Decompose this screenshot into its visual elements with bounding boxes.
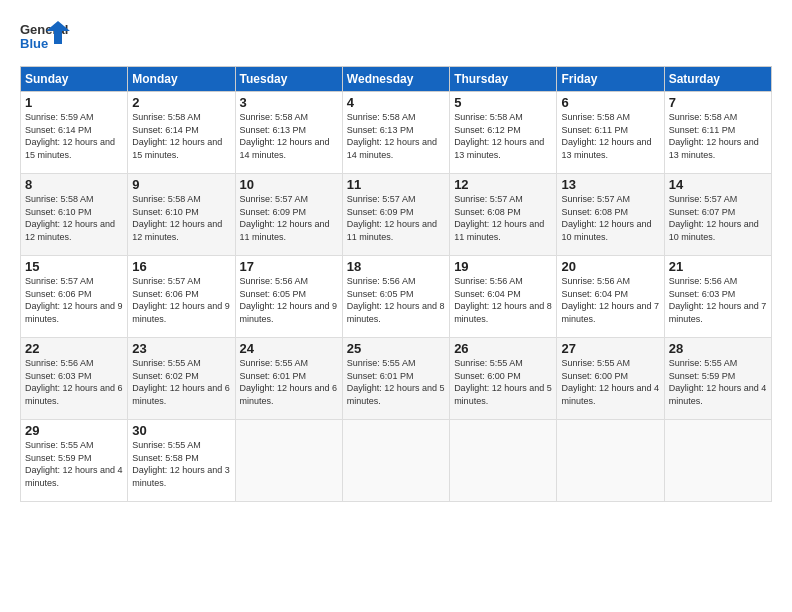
- logo: General Blue: [20, 16, 70, 56]
- calendar-cell: 6Sunrise: 5:58 AMSunset: 6:11 PMDaylight…: [557, 92, 664, 174]
- calendar-cell: [557, 420, 664, 502]
- day-number: 19: [454, 259, 552, 274]
- day-info: Sunrise: 5:57 AMSunset: 6:09 PMDaylight:…: [240, 193, 338, 243]
- calendar-cell: 1Sunrise: 5:59 AMSunset: 6:14 PMDaylight…: [21, 92, 128, 174]
- calendar-cell: [342, 420, 449, 502]
- calendar-cell: 29Sunrise: 5:55 AMSunset: 5:59 PMDayligh…: [21, 420, 128, 502]
- day-info: Sunrise: 5:56 AMSunset: 6:05 PMDaylight:…: [347, 275, 445, 325]
- calendar-cell: 3Sunrise: 5:58 AMSunset: 6:13 PMDaylight…: [235, 92, 342, 174]
- calendar-header-sunday: Sunday: [21, 67, 128, 92]
- calendar-cell: 28Sunrise: 5:55 AMSunset: 5:59 PMDayligh…: [664, 338, 771, 420]
- calendar-cell: 25Sunrise: 5:55 AMSunset: 6:01 PMDayligh…: [342, 338, 449, 420]
- calendar-week-2: 8Sunrise: 5:58 AMSunset: 6:10 PMDaylight…: [21, 174, 772, 256]
- day-number: 9: [132, 177, 230, 192]
- day-info: Sunrise: 5:55 AMSunset: 6:00 PMDaylight:…: [454, 357, 552, 407]
- day-info: Sunrise: 5:57 AMSunset: 6:08 PMDaylight:…: [561, 193, 659, 243]
- calendar-week-4: 22Sunrise: 5:56 AMSunset: 6:03 PMDayligh…: [21, 338, 772, 420]
- day-number: 20: [561, 259, 659, 274]
- calendar-cell: 4Sunrise: 5:58 AMSunset: 6:13 PMDaylight…: [342, 92, 449, 174]
- day-number: 25: [347, 341, 445, 356]
- day-number: 16: [132, 259, 230, 274]
- day-number: 30: [132, 423, 230, 438]
- calendar-cell: [450, 420, 557, 502]
- calendar-cell: 26Sunrise: 5:55 AMSunset: 6:00 PMDayligh…: [450, 338, 557, 420]
- day-number: 21: [669, 259, 767, 274]
- day-info: Sunrise: 5:57 AMSunset: 6:06 PMDaylight:…: [132, 275, 230, 325]
- day-info: Sunrise: 5:58 AMSunset: 6:13 PMDaylight:…: [347, 111, 445, 161]
- day-info: Sunrise: 5:58 AMSunset: 6:13 PMDaylight:…: [240, 111, 338, 161]
- calendar-cell: 17Sunrise: 5:56 AMSunset: 6:05 PMDayligh…: [235, 256, 342, 338]
- calendar-cell: 21Sunrise: 5:56 AMSunset: 6:03 PMDayligh…: [664, 256, 771, 338]
- day-info: Sunrise: 5:56 AMSunset: 6:04 PMDaylight:…: [454, 275, 552, 325]
- day-number: 10: [240, 177, 338, 192]
- day-info: Sunrise: 5:55 AMSunset: 6:01 PMDaylight:…: [240, 357, 338, 407]
- day-number: 3: [240, 95, 338, 110]
- calendar-week-5: 29Sunrise: 5:55 AMSunset: 5:59 PMDayligh…: [21, 420, 772, 502]
- day-number: 23: [132, 341, 230, 356]
- day-info: Sunrise: 5:58 AMSunset: 6:12 PMDaylight:…: [454, 111, 552, 161]
- day-number: 12: [454, 177, 552, 192]
- day-number: 7: [669, 95, 767, 110]
- day-number: 14: [669, 177, 767, 192]
- calendar-cell: 14Sunrise: 5:57 AMSunset: 6:07 PMDayligh…: [664, 174, 771, 256]
- calendar-cell: 16Sunrise: 5:57 AMSunset: 6:06 PMDayligh…: [128, 256, 235, 338]
- calendar-header-row: SundayMondayTuesdayWednesdayThursdayFrid…: [21, 67, 772, 92]
- calendar-header-tuesday: Tuesday: [235, 67, 342, 92]
- day-number: 26: [454, 341, 552, 356]
- calendar-cell: 2Sunrise: 5:58 AMSunset: 6:14 PMDaylight…: [128, 92, 235, 174]
- day-info: Sunrise: 5:57 AMSunset: 6:08 PMDaylight:…: [454, 193, 552, 243]
- calendar-cell: 30Sunrise: 5:55 AMSunset: 5:58 PMDayligh…: [128, 420, 235, 502]
- day-number: 15: [25, 259, 123, 274]
- calendar-header-thursday: Thursday: [450, 67, 557, 92]
- day-info: Sunrise: 5:58 AMSunset: 6:11 PMDaylight:…: [561, 111, 659, 161]
- day-info: Sunrise: 5:56 AMSunset: 6:04 PMDaylight:…: [561, 275, 659, 325]
- day-number: 4: [347, 95, 445, 110]
- day-info: Sunrise: 5:57 AMSunset: 6:07 PMDaylight:…: [669, 193, 767, 243]
- day-number: 18: [347, 259, 445, 274]
- calendar-cell: 19Sunrise: 5:56 AMSunset: 6:04 PMDayligh…: [450, 256, 557, 338]
- calendar-cell: 12Sunrise: 5:57 AMSunset: 6:08 PMDayligh…: [450, 174, 557, 256]
- calendar-table: SundayMondayTuesdayWednesdayThursdayFrid…: [20, 66, 772, 502]
- day-info: Sunrise: 5:57 AMSunset: 6:09 PMDaylight:…: [347, 193, 445, 243]
- calendar-cell: 7Sunrise: 5:58 AMSunset: 6:11 PMDaylight…: [664, 92, 771, 174]
- day-number: 24: [240, 341, 338, 356]
- calendar-cell: 23Sunrise: 5:55 AMSunset: 6:02 PMDayligh…: [128, 338, 235, 420]
- calendar-cell: 15Sunrise: 5:57 AMSunset: 6:06 PMDayligh…: [21, 256, 128, 338]
- day-number: 29: [25, 423, 123, 438]
- calendar-cell: 18Sunrise: 5:56 AMSunset: 6:05 PMDayligh…: [342, 256, 449, 338]
- calendar-cell: 20Sunrise: 5:56 AMSunset: 6:04 PMDayligh…: [557, 256, 664, 338]
- calendar-cell: 22Sunrise: 5:56 AMSunset: 6:03 PMDayligh…: [21, 338, 128, 420]
- day-info: Sunrise: 5:58 AMSunset: 6:10 PMDaylight:…: [132, 193, 230, 243]
- day-number: 17: [240, 259, 338, 274]
- svg-text:Blue: Blue: [20, 36, 48, 51]
- calendar-cell: 10Sunrise: 5:57 AMSunset: 6:09 PMDayligh…: [235, 174, 342, 256]
- day-info: Sunrise: 5:56 AMSunset: 6:03 PMDaylight:…: [669, 275, 767, 325]
- day-info: Sunrise: 5:55 AMSunset: 5:59 PMDaylight:…: [669, 357, 767, 407]
- calendar-header-saturday: Saturday: [664, 67, 771, 92]
- day-number: 6: [561, 95, 659, 110]
- calendar-header-friday: Friday: [557, 67, 664, 92]
- calendar-cell: 11Sunrise: 5:57 AMSunset: 6:09 PMDayligh…: [342, 174, 449, 256]
- calendar-week-1: 1Sunrise: 5:59 AMSunset: 6:14 PMDaylight…: [21, 92, 772, 174]
- calendar-cell: 9Sunrise: 5:58 AMSunset: 6:10 PMDaylight…: [128, 174, 235, 256]
- calendar-cell: [664, 420, 771, 502]
- day-number: 22: [25, 341, 123, 356]
- day-info: Sunrise: 5:58 AMSunset: 6:11 PMDaylight:…: [669, 111, 767, 161]
- day-info: Sunrise: 5:56 AMSunset: 6:03 PMDaylight:…: [25, 357, 123, 407]
- page-header: General Blue: [20, 16, 772, 56]
- day-number: 11: [347, 177, 445, 192]
- calendar-cell: [235, 420, 342, 502]
- day-info: Sunrise: 5:58 AMSunset: 6:10 PMDaylight:…: [25, 193, 123, 243]
- day-number: 8: [25, 177, 123, 192]
- day-number: 27: [561, 341, 659, 356]
- day-info: Sunrise: 5:59 AMSunset: 6:14 PMDaylight:…: [25, 111, 123, 161]
- day-number: 5: [454, 95, 552, 110]
- day-info: Sunrise: 5:55 AMSunset: 6:01 PMDaylight:…: [347, 357, 445, 407]
- day-info: Sunrise: 5:56 AMSunset: 6:05 PMDaylight:…: [240, 275, 338, 325]
- day-info: Sunrise: 5:55 AMSunset: 5:59 PMDaylight:…: [25, 439, 123, 489]
- day-number: 1: [25, 95, 123, 110]
- calendar-header-wednesday: Wednesday: [342, 67, 449, 92]
- day-info: Sunrise: 5:58 AMSunset: 6:14 PMDaylight:…: [132, 111, 230, 161]
- day-number: 28: [669, 341, 767, 356]
- day-info: Sunrise: 5:55 AMSunset: 6:00 PMDaylight:…: [561, 357, 659, 407]
